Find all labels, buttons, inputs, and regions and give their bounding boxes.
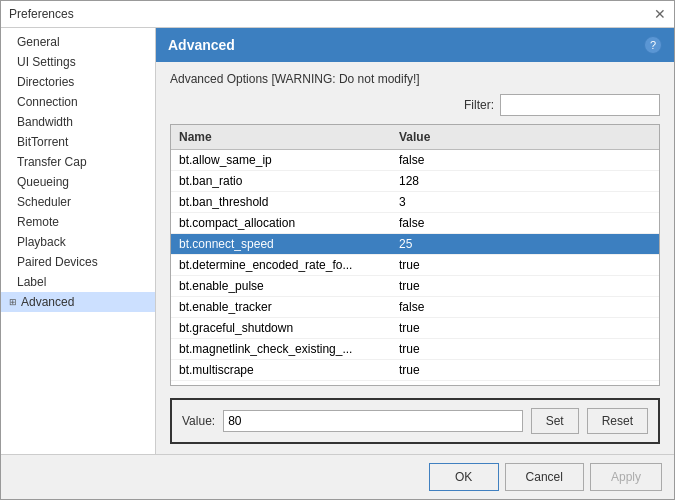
- sidebar-item-label: Paired Devices: [17, 255, 98, 269]
- table-row[interactable]: bt.compact_allocationfalse: [171, 213, 659, 234]
- row-value-cell: 25: [391, 234, 659, 254]
- value-label: Value:: [182, 414, 215, 428]
- footer: OK Cancel Apply: [1, 454, 674, 499]
- row-name-cell: bt.ban_threshold: [171, 192, 391, 212]
- sidebar-item-bittorrent[interactable]: BitTorrent: [1, 132, 155, 152]
- table-row[interactable]: bt.no_connect_to_servicestrue: [171, 381, 659, 385]
- sidebar-item-scheduler[interactable]: Scheduler: [1, 192, 155, 212]
- sidebar-item-label[interactable]: Label: [1, 272, 155, 292]
- window-title: Preferences: [9, 7, 74, 21]
- table-body: bt.allow_same_ipfalsebt.ban_ratio128bt.b…: [171, 150, 659, 385]
- preferences-window: Preferences ✕ GeneralUI SettingsDirector…: [0, 0, 675, 500]
- table-row[interactable]: bt.connect_speed25: [171, 234, 659, 255]
- row-name-cell: bt.ban_ratio: [171, 171, 391, 191]
- row-name-cell: bt.graceful_shutdown: [171, 318, 391, 338]
- sidebar-item-directories[interactable]: Directories: [1, 72, 155, 92]
- table-row[interactable]: bt.allow_same_ipfalse: [171, 150, 659, 171]
- row-name-cell: bt.multiscrape: [171, 360, 391, 380]
- row-value-cell: true: [391, 276, 659, 296]
- sidebar-item-label: Scheduler: [17, 195, 71, 209]
- sidebar-item-general[interactable]: General: [1, 32, 155, 52]
- warning-text: Advanced Options [WARNING: Do not modify…: [170, 72, 660, 86]
- sidebar-item-paired-devices[interactable]: Paired Devices: [1, 252, 155, 272]
- row-value-cell: 128: [391, 171, 659, 191]
- table-row[interactable]: bt.ban_threshold3: [171, 192, 659, 213]
- row-value-cell: true: [391, 360, 659, 380]
- row-name-cell: bt.determine_encoded_rate_fo...: [171, 255, 391, 275]
- table-row[interactable]: bt.magnetlink_check_existing_...true: [171, 339, 659, 360]
- sidebar-item-advanced[interactable]: ⊞Advanced: [1, 292, 155, 312]
- sidebar-item-label: Playback: [17, 235, 66, 249]
- sidebar-item-label: BitTorrent: [17, 135, 68, 149]
- row-name-cell: bt.no_connect_to_services: [171, 381, 391, 385]
- options-table: Name Value bt.allow_same_ipfalsebt.ban_r…: [170, 124, 660, 386]
- table-row[interactable]: bt.multiscrapetrue: [171, 360, 659, 381]
- ok-button[interactable]: OK: [429, 463, 499, 491]
- col-value-header: Value: [391, 128, 659, 146]
- table-row[interactable]: bt.enable_trackerfalse: [171, 297, 659, 318]
- row-value-cell: true: [391, 255, 659, 275]
- sidebar-item-label: Advanced: [21, 295, 74, 309]
- row-value-cell: false: [391, 150, 659, 170]
- row-value-cell: false: [391, 297, 659, 317]
- sidebar-item-label: Bandwidth: [17, 115, 73, 129]
- filter-label: Filter:: [464, 98, 494, 112]
- sidebar-item-label: Connection: [17, 95, 78, 109]
- sidebar-item-connection[interactable]: Connection: [1, 92, 155, 112]
- row-name-cell: bt.connect_speed: [171, 234, 391, 254]
- row-name-cell: bt.allow_same_ip: [171, 150, 391, 170]
- row-value-cell: true: [391, 318, 659, 338]
- sidebar-item-label: Label: [17, 275, 46, 289]
- sidebar-item-ui-settings[interactable]: UI Settings: [1, 52, 155, 72]
- sidebar-item-label: General: [17, 35, 60, 49]
- apply-button[interactable]: Apply: [590, 463, 662, 491]
- value-section: Value: Set Reset: [170, 398, 660, 444]
- sidebar-item-label: Directories: [17, 75, 74, 89]
- table-row[interactable]: bt.graceful_shutdowntrue: [171, 318, 659, 339]
- sidebar-item-playback[interactable]: Playback: [1, 232, 155, 252]
- table-row[interactable]: bt.ban_ratio128: [171, 171, 659, 192]
- row-name-cell: bt.magnetlink_check_existing_...: [171, 339, 391, 359]
- row-value-cell: 3: [391, 192, 659, 212]
- table-row[interactable]: bt.enable_pulsetrue: [171, 276, 659, 297]
- col-name-header: Name: [171, 128, 391, 146]
- close-button[interactable]: ✕: [654, 7, 666, 21]
- set-button[interactable]: Set: [531, 408, 579, 434]
- title-bar: Preferences ✕: [1, 1, 674, 28]
- row-value-cell: true: [391, 339, 659, 359]
- sidebar: GeneralUI SettingsDirectoriesConnectionB…: [1, 28, 156, 454]
- sidebar-item-remote[interactable]: Remote: [1, 212, 155, 232]
- expand-icon: ⊞: [9, 297, 17, 307]
- row-value-cell: false: [391, 213, 659, 233]
- row-name-cell: bt.enable_tracker: [171, 297, 391, 317]
- sidebar-item-label: Transfer Cap: [17, 155, 87, 169]
- table-header: Name Value: [171, 125, 659, 150]
- sidebar-item-label: UI Settings: [17, 55, 76, 69]
- sidebar-item-label: Queueing: [17, 175, 69, 189]
- window-body: GeneralUI SettingsDirectoriesConnectionB…: [1, 28, 674, 454]
- cancel-button[interactable]: Cancel: [505, 463, 584, 491]
- reset-button[interactable]: Reset: [587, 408, 648, 434]
- content-body: Advanced Options [WARNING: Do not modify…: [156, 62, 674, 454]
- filter-input[interactable]: [500, 94, 660, 116]
- sidebar-item-bandwidth[interactable]: Bandwidth: [1, 112, 155, 132]
- content-header-title: Advanced: [168, 37, 235, 53]
- content-panel: Advanced ? Advanced Options [WARNING: Do…: [156, 28, 674, 454]
- sidebar-item-transfer-cap[interactable]: Transfer Cap: [1, 152, 155, 172]
- sidebar-item-label: Remote: [17, 215, 59, 229]
- row-name-cell: bt.compact_allocation: [171, 213, 391, 233]
- sidebar-item-queueing[interactable]: Queueing: [1, 172, 155, 192]
- table-row[interactable]: bt.determine_encoded_rate_fo...true: [171, 255, 659, 276]
- value-input[interactable]: [223, 410, 522, 432]
- filter-row: Filter:: [170, 94, 660, 116]
- help-button[interactable]: ?: [644, 36, 662, 54]
- content-header: Advanced ?: [156, 28, 674, 62]
- row-name-cell: bt.enable_pulse: [171, 276, 391, 296]
- row-value-cell: true: [391, 381, 659, 385]
